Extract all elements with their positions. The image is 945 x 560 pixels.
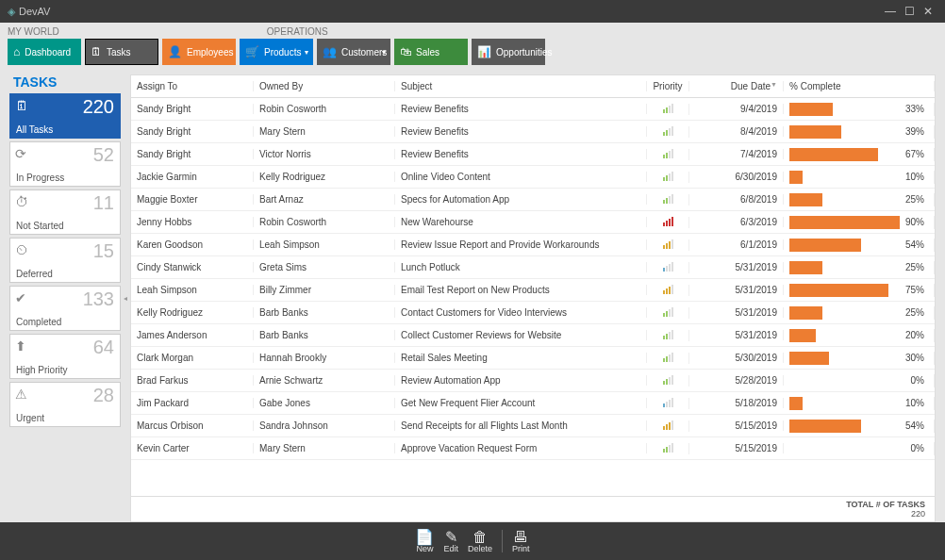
cell-pct: 20% [784,329,935,342]
table-row[interactable]: Cindy StanwickGreta SimsLunch Potluck5/3… [131,256,935,279]
table-row[interactable]: Kevin CarterMary SternApprove Vacation R… [131,437,935,460]
pct-text: 90% [905,217,928,227]
cell-owned: Barb Banks [254,330,395,340]
cell-owned: Bart Arnaz [254,194,395,205]
cell-subject: Approve Vacation Request Form [395,443,647,453]
priority-bars-icon [663,398,673,407]
table-row[interactable]: Leah SimpsonBilly ZimmerEmail Test Repor… [131,279,935,302]
nav-tile-dashboard[interactable]: ⌂Dashboard [8,39,81,65]
table-row[interactable]: Sandy BrightMary SternReview Benefits8/4… [131,121,935,143]
table-row[interactable]: Maggie BoxterBart ArnazSpecs for Automat… [131,189,935,211]
filter-count: 11 [93,192,114,214]
filter-notstarted[interactable]: ⏱11Not Started [9,189,121,235]
table-row[interactable]: Sandy BrightVictor NorrisReview Benefits… [131,143,935,166]
ribbon-section-myworld: MY WORLD [8,26,59,37]
titlebar: ◈ DevAV — ☐ ✕ [0,0,945,23]
close-button[interactable]: ✕ [919,5,937,18]
cell-due: 5/15/2019 [689,443,784,453]
cell-pct: 0% [784,374,935,387]
filter-label: Completed [16,317,61,327]
cell-owned: Kelly Rodriguez [254,172,395,182]
filter-urgent[interactable]: ⚠28Urgent [9,382,121,427]
maximize-button[interactable]: ☐ [900,5,919,18]
priority-bars-icon [663,217,673,226]
nav-tile-tasks[interactable]: 🗓Tasks [85,39,158,65]
col-header-owned[interactable]: Owned By [254,81,395,91]
dropdown-icon[interactable]: ▾ [302,41,311,63]
cell-pct: 10% [784,171,935,184]
col-header-due[interactable]: Due Date▼ [689,81,784,91]
minimize-button[interactable]: — [881,5,900,18]
print-button[interactable]: 🖶Print [512,530,530,553]
table-row[interactable]: Karen GoodsonLeah SimpsonReview Issue Re… [131,234,935,256]
table-row[interactable]: Sandy BrightRobin CosworthReview Benefit… [131,98,935,121]
nav-tile-employees[interactable]: 👤Employees [162,39,236,65]
cell-pct: 33% [784,103,935,116]
cell-due: 6/1/2019 [689,239,784,250]
button-label: Delete [468,544,492,553]
dashboard-icon: ⌂ [13,45,20,58]
cell-assign: Jim Packard [131,398,254,408]
pct-text: 25% [905,307,928,318]
table-row[interactable]: James AndersonBarb BanksCollect Customer… [131,324,935,347]
pct-text: 25% [905,262,928,272]
filter-completed[interactable]: ✔133Completed [9,286,121,331]
cell-due: 5/28/2019 [689,375,784,386]
col-header-pct[interactable]: % Complete [784,81,935,91]
cell-due: 6/30/2019 [689,172,784,182]
cell-subject: Retail Sales Meeting [395,353,647,363]
nav-tile-customers[interactable]: 👥Customers▾ [317,39,390,65]
ribbon-section-operations: OPERATIONS [267,26,328,37]
table-row[interactable]: Jim PackardGabe JonesGet New Frequent Fl… [131,392,935,415]
cell-pct: 90% [784,216,935,229]
table-row[interactable]: Clark MorganHannah BrooklyRetail Sales M… [131,347,935,370]
cell-pct: 54% [784,420,935,433]
cell-priority [647,104,689,115]
cell-due: 5/31/2019 [689,262,784,272]
pct-bar [789,397,803,410]
cell-owned: Barb Banks [254,307,395,318]
new-button[interactable]: 📄New [415,530,434,553]
products-icon: 🛒 [245,45,259,58]
cell-priority [647,126,689,138]
col-header-priority[interactable]: Priority [647,81,689,91]
col-header-subject[interactable]: Subject [395,81,647,91]
priority-bars-icon [663,307,673,317]
cell-owned: Robin Cosworth [254,104,395,114]
footer-label: TOTAL # OF TASKS [141,500,925,509]
nav-tile-label: Opportunities [496,47,552,58]
pct-text: 30% [905,353,928,363]
dropdown-icon[interactable]: ▾ [379,41,389,63]
table-row[interactable]: Marcus OrbisonSandra JohnsonSend Receipt… [131,415,935,437]
nav-tile-opportunities[interactable]: 📊Opportunities [472,39,545,65]
splitter-handle[interactable]: ◂ [121,74,130,522]
cell-owned: Arnie Schwartz [254,375,395,386]
filter-all[interactable]: 🗓220All Tasks [9,93,121,139]
table-row[interactable]: Brad FarkusArnie SchwartzReview Automati… [131,370,935,392]
cell-assign: Karen Goodson [131,239,254,250]
nav-tile-label: Products [264,47,301,58]
table-row[interactable]: Jackie GarminKelly RodriguezOnline Video… [131,166,935,189]
priority-bars-icon [663,443,673,453]
table-row[interactable]: Kelly RodriguezBarb BanksContact Custome… [131,302,935,324]
cell-priority [647,172,689,183]
filter-label: All Tasks [16,124,53,135]
col-header-assign[interactable]: Assign To [131,81,254,91]
cell-priority [647,330,689,341]
filter-deferred[interactable]: ⏲15Deferred [9,238,121,283]
delete-button[interactable]: 🗑Delete [468,530,492,553]
nav-tile-sales[interactable]: 🛍Sales [394,39,468,65]
priority-bars-icon [663,194,673,204]
filter-inprogress[interactable]: ⟳52In Progress [9,141,121,187]
nav-tile-products[interactable]: 🛒Products▾ [240,39,313,65]
sort-desc-icon: ▼ [771,81,777,88]
pct-text: 75% [905,285,928,295]
cell-owned: Hannah Brookly [254,353,395,363]
tasks-grid: Assign To Owned By Subject Priority Due … [130,74,936,522]
filter-highpriority[interactable]: ⬆64High Priority [9,334,121,379]
pct-bar [789,216,900,229]
edit-button[interactable]: ✎Edit [443,530,458,553]
cell-due: 5/18/2019 [689,398,784,408]
table-row[interactable]: Jenny HobbsRobin CosworthNew Warehourse6… [131,211,935,234]
cell-due: 8/4/2019 [689,126,784,137]
